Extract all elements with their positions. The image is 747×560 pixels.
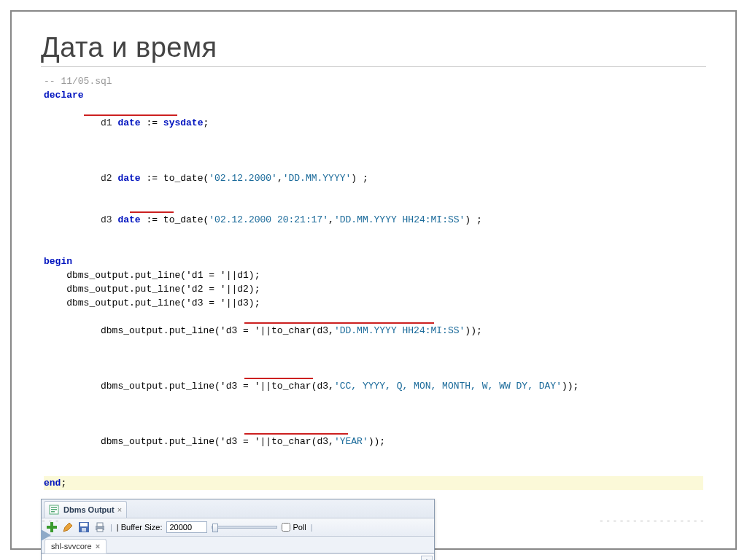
svg-rect-2 bbox=[51, 509, 57, 510]
code-text: to_char(d3, bbox=[271, 381, 334, 392]
code-string: 'DD.MM.YYYY HH24:MI:SS' bbox=[334, 325, 465, 336]
close-icon[interactable]: × bbox=[117, 505, 122, 514]
kw-sysdate: sysdate bbox=[163, 117, 204, 128]
code-string: 'DD.MM.YYYY HH24:MI:SS' bbox=[334, 214, 465, 225]
kw-date: date bbox=[117, 117, 140, 128]
slide-frame: Дата и время -- 11/05.sql declare d1 dat… bbox=[10, 10, 737, 550]
code-comment: -- 11/05.sql bbox=[44, 76, 112, 87]
code-text: dbms_output.put_line('d3 = '||d3); bbox=[44, 298, 260, 308]
subtab-connection[interactable]: shl-svvcore × bbox=[44, 539, 107, 553]
footer-dashes: --- ---------------- bbox=[41, 516, 706, 526]
code-text: ; bbox=[61, 478, 66, 489]
kw-declare: declare bbox=[44, 90, 84, 101]
output-body[interactable]: ▲ d1 = 13.11.10 d2 = 02.12.00 d3 = 02.12… bbox=[42, 553, 434, 560]
svg-rect-9 bbox=[82, 528, 86, 532]
code-text: := bbox=[141, 117, 163, 128]
code-text: d3 bbox=[78, 214, 118, 225]
dash-left: --- bbox=[41, 516, 61, 526]
close-icon[interactable]: × bbox=[96, 542, 100, 551]
underline-icon bbox=[84, 114, 177, 116]
output-icon bbox=[49, 504, 61, 516]
code-text: dbms_output.put_line('d1 = '||d1); bbox=[44, 270, 260, 281]
code-text: d1 bbox=[78, 117, 118, 128]
code-text: )); bbox=[465, 325, 481, 336]
code-string: '02.12.2000' bbox=[209, 173, 277, 184]
code-editor[interactable]: -- 11/05.sql declare d1 date := sysdate;… bbox=[41, 73, 706, 491]
svg-rect-3 bbox=[51, 511, 55, 513]
next-arrow-icon[interactable] bbox=[41, 529, 51, 541]
kw-begin: begin bbox=[44, 256, 72, 267]
code-text: dbms_output.put_line('d3 = '|| bbox=[78, 325, 271, 336]
code-string: 'DD.MM.YYYY' bbox=[283, 173, 352, 184]
panel-tab-label: Dbms Output bbox=[63, 505, 115, 514]
subtab-label: shl-svvcore bbox=[51, 542, 92, 551]
kw-date: date bbox=[117, 173, 140, 184]
code-text: dbms_output.put_line('d3 = '|| bbox=[78, 436, 271, 447]
underline-icon bbox=[244, 322, 434, 324]
panel-tab-dbms-output[interactable]: Dbms Output × bbox=[44, 501, 127, 518]
code-text: d2 bbox=[78, 173, 118, 184]
code-text: dbms_output.put_line('d3 = '|| bbox=[78, 381, 271, 392]
kw-end: end bbox=[44, 478, 61, 489]
code-text: to_char(d3, bbox=[271, 436, 334, 447]
svg-rect-12 bbox=[97, 529, 103, 532]
underline-icon bbox=[244, 378, 313, 379]
slide-title: Дата и время bbox=[41, 32, 706, 63]
dbms-output-panel: Dbms Output × | | Buffer Size: Poll | sh… bbox=[41, 499, 435, 560]
subtab-row: shl-svvcore × bbox=[42, 537, 434, 553]
kw-date: date bbox=[117, 214, 140, 225]
code-text: to_char(d3, bbox=[271, 325, 334, 336]
code-text: ) ; bbox=[351, 173, 368, 184]
dash-right: ---------------- bbox=[599, 516, 706, 526]
code-text: ) ; bbox=[465, 214, 481, 225]
code-text: )); bbox=[368, 436, 385, 447]
code-text: to_date bbox=[163, 214, 204, 225]
code-string: 'YEAR' bbox=[334, 436, 368, 447]
code-string: '02.12.2000 20:21:17' bbox=[209, 214, 328, 225]
code-text: , bbox=[277, 173, 283, 184]
code-text: dbms_output.put_line('d2 = '||d2); bbox=[44, 284, 260, 295]
code-text: , bbox=[328, 214, 334, 225]
code-text: := bbox=[141, 214, 163, 225]
code-text: )); bbox=[562, 381, 578, 392]
underline-icon bbox=[130, 211, 174, 213]
code-string: 'CC, YYYY, Q, MON, MONTH, W, WW DY, DAY' bbox=[334, 381, 562, 392]
title-divider bbox=[41, 66, 706, 67]
code-text: ; bbox=[203, 117, 209, 128]
underline-icon bbox=[244, 433, 348, 435]
code-text: := to_date( bbox=[141, 173, 209, 184]
svg-rect-1 bbox=[51, 507, 57, 508]
